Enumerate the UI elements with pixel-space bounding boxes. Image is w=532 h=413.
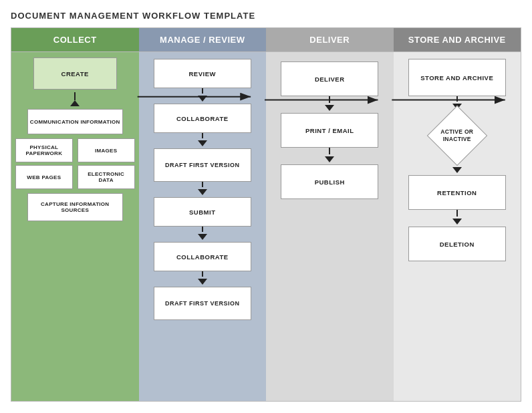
collaborate1-box: COLLABORATE xyxy=(154,104,251,133)
create-box: CREATE xyxy=(33,57,117,90)
collect-header: COLLECT xyxy=(11,28,139,52)
web-box: WEB PAGES xyxy=(15,165,73,189)
manage-header: MANAGE / REVIEW xyxy=(139,28,267,52)
print-email-box: PRINT / EMAIL xyxy=(281,113,378,148)
electronic-box: ELECTRONIC DATA xyxy=(78,165,135,189)
collaborate2-box: COLLABORATE xyxy=(154,242,251,271)
deletion-box: DELETION xyxy=(408,227,506,261)
store-archive-box: STORE AND ARCHIVE xyxy=(408,59,506,96)
deliver-box: DELIVER xyxy=(281,61,378,96)
draft1-box: DRAFT FIRST VERSION xyxy=(154,148,251,182)
col-collect: COLLECT CREATE COMMUNICATION INFORMATION xyxy=(11,28,139,401)
deliver-header: DELIVER xyxy=(266,28,394,52)
store-header: STORE AND ARCHIVE xyxy=(394,28,521,52)
submit-box: SUBMIT xyxy=(154,197,251,227)
workflow-container: COLLECT CREATE COMMUNICATION INFORMATION xyxy=(11,27,521,402)
images-box: IMAGES xyxy=(78,138,135,162)
capture-box: CAPTURE INFORMATION SOURCES xyxy=(27,193,123,221)
publish-box: PUBLISH xyxy=(281,164,378,199)
page-title: DOCUMENT MANAGEMENT WORKFLOW TEMPLATE xyxy=(11,11,521,21)
col-store: STORE AND ARCHIVE STORE AND ARCHIVE ACTI… xyxy=(394,28,521,401)
draft2-box: DRAFT FIRST VERSION xyxy=(154,287,251,320)
review-box: REVIEW xyxy=(154,59,251,88)
physical-box: PHYSICAL PAPERWORK xyxy=(15,138,73,162)
retention-box: RETENTION xyxy=(408,175,506,210)
col-manage: MANAGE / REVIEW REVIEW COLLABORATE DRAFT… xyxy=(139,28,267,401)
active-inactive-diamond: ACTIVE OR INACTIVE xyxy=(427,112,487,160)
communication-box: COMMUNICATION INFORMATION xyxy=(27,109,123,134)
col-deliver: DELIVER DELIVER PRINT / EMAIL PUBLISH xyxy=(266,28,394,401)
